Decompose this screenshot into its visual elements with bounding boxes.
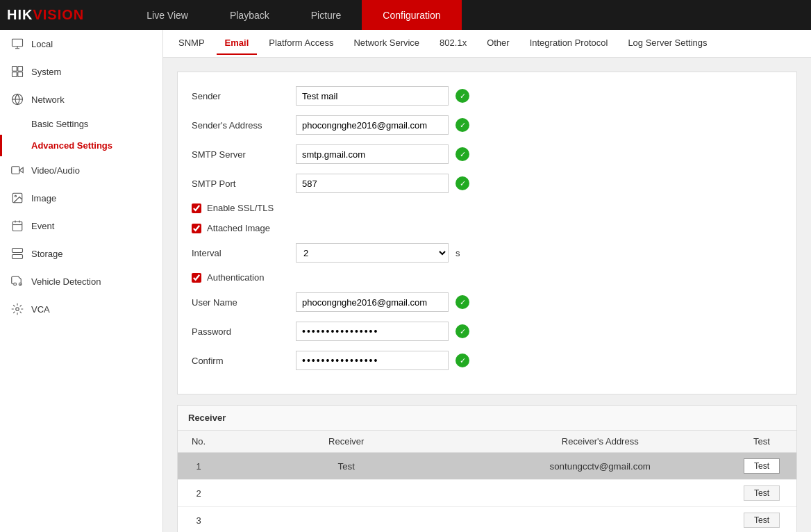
smtp-server-input[interactable] [296,144,449,164]
row1-address-input[interactable] [480,461,721,472]
password-valid-icon: ✓ [455,324,469,338]
sidebar-item-image[interactable]: Image [0,184,162,212]
tab-log-server-settings[interactable]: Log Server Settings [619,32,715,55]
nav-live-view[interactable]: Live View [126,0,209,30]
vca-icon [10,302,24,316]
sidebar-sub-basic-settings[interactable]: Basic Settings [0,113,162,135]
confirm-row: Confirm ✓ [192,351,783,370]
svg-marker-9 [19,167,23,173]
senders-address-input[interactable] [296,115,449,135]
tab-other[interactable]: Other [478,32,518,55]
row2-address-input[interactable] [480,488,721,499]
username-row: User Name ✓ [192,292,783,312]
interval-label: Interval [192,248,289,258]
username-label: User Name [192,297,289,308]
network-icon [10,92,24,106]
sender-label: Sender [192,91,289,101]
sub-tabs: SNMP Email Platform Access Network Servi… [163,30,811,58]
confirm-label: Confirm [192,356,289,366]
svg-rect-5 [12,72,17,77]
tab-snmp[interactable]: SNMP [170,32,213,55]
svg-rect-3 [12,67,17,72]
receiver-section: Receiver No. Receiver Receiver's Address… [177,405,797,532]
receiver-header: Receiver [178,406,796,431]
sidebar-item-system[interactable]: System [0,58,162,85]
svg-rect-10 [12,167,19,174]
row3-address-input[interactable] [480,515,721,526]
sidebar-item-storage[interactable]: Storage [0,240,162,267]
sidebar-label-event: Event [31,221,54,231]
row2-no: 2 [178,480,219,507]
main-layout: Local System Network [0,30,811,532]
smtp-port-input[interactable] [296,174,449,193]
svg-rect-18 [12,255,23,259]
nav-picture[interactable]: Picture [290,0,362,30]
svg-point-21 [14,283,17,285]
sender-valid-icon: ✓ [455,89,469,103]
authentication-checkbox[interactable] [192,273,201,283]
sidebar-item-event[interactable]: Event [0,212,162,240]
username-valid-icon: ✓ [455,295,469,309]
row2-receiver-input[interactable] [226,488,467,499]
senders-address-row: Sender's Address ✓ [192,115,783,135]
tab-integration-protocol[interactable]: Integration Protocol [521,32,617,55]
authentication-label: Authentication [207,272,264,283]
email-form-section: Sender ✓ Sender's Address ✓ SMTP Server … [177,72,797,394]
table-row: 3 Test [178,507,796,533]
svg-rect-6 [18,72,23,77]
sidebar-label-network: Network [31,94,65,105]
tab-802-1x[interactable]: 802.1x [431,32,475,55]
col-test: Test [727,431,796,453]
nav-configuration[interactable]: Configuration [362,0,461,30]
sidebar-item-vehicle-detection[interactable]: Vehicle Detection [0,267,162,295]
main-content: SNMP Email Platform Access Network Servi… [163,30,811,532]
col-address: Receiver's Address [474,431,728,453]
sidebar-label-image: Image [31,193,56,203]
table-row: 1 Test [178,453,796,480]
enable-ssl-label: Enable SSL/TLS [207,203,274,213]
confirm-valid-icon: ✓ [455,354,469,367]
svg-point-23 [16,308,19,311]
attached-image-checkbox[interactable] [192,224,201,233]
sender-input[interactable] [296,86,449,106]
sidebar-item-video-audio[interactable]: Video/Audio [0,156,162,184]
row3-test-button[interactable]: Test [744,513,780,528]
row2-address[interactable] [474,480,728,507]
svg-rect-13 [12,222,22,231]
enable-ssl-row: Enable SSL/TLS [192,203,783,213]
interval-select[interactable]: 2 5 10 [296,243,449,263]
row1-receiver[interactable] [219,453,474,480]
username-input[interactable] [296,292,449,312]
sidebar-sub-advanced-settings[interactable]: Advanced Settings [0,135,162,156]
sender-row: Sender ✓ [192,86,783,106]
sidebar-item-network[interactable]: Network [0,85,162,113]
sidebar-item-vca[interactable]: VCA [0,295,162,323]
confirm-input[interactable] [296,351,449,370]
row2-test-button[interactable]: Test [744,485,780,501]
tab-network-service[interactable]: Network Service [345,32,428,55]
svg-rect-0 [12,39,23,47]
sidebar-item-local[interactable]: Local [0,30,162,58]
smtp-port-row: SMTP Port ✓ [192,174,783,193]
vehicle-icon [10,274,24,288]
smtp-server-row: SMTP Server ✓ [192,144,783,164]
row3-address[interactable] [474,507,728,533]
system-icon [10,65,24,78]
row2-receiver[interactable] [219,480,474,507]
password-input[interactable] [296,322,449,341]
svg-rect-17 [12,249,23,253]
enable-ssl-checkbox[interactable] [192,203,201,213]
row1-test-button[interactable]: Test [744,458,780,474]
form-area: Sender ✓ Sender's Address ✓ SMTP Server … [163,58,811,532]
tab-platform-access[interactable]: Platform Access [260,32,342,55]
logo-text: HIKVISION [7,7,84,23]
tab-email[interactable]: Email [217,32,258,55]
row1-address[interactable] [474,453,728,480]
row1-receiver-input[interactable] [226,461,467,472]
sidebar-label-vca: VCA [31,304,50,315]
row3-receiver[interactable] [219,507,474,533]
attached-image-row: Attached Image [192,223,783,233]
smtp-port-label: SMTP Port [192,178,289,189]
nav-playback[interactable]: Playback [209,0,290,30]
row3-receiver-input[interactable] [226,515,467,526]
